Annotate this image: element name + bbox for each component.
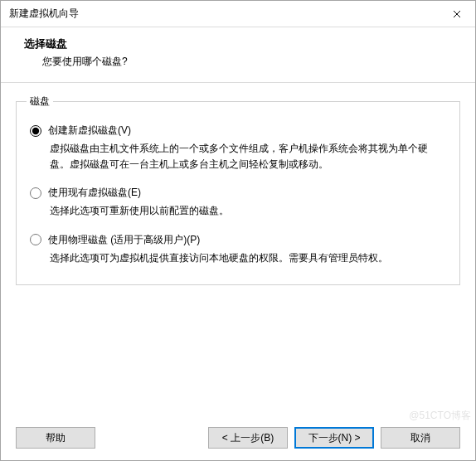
option-row[interactable]: 使用物理磁盘 (适用于高级用户)(P) [30, 233, 446, 247]
option-use-existing-disk: 使用现有虚拟磁盘(E) 选择此选项可重新使用以前配置的磁盘。 [30, 186, 446, 219]
close-icon [453, 10, 461, 18]
radio-use-existing-disk[interactable] [30, 187, 41, 199]
option-label: 使用现有虚拟磁盘(E) [48, 186, 141, 200]
next-button[interactable]: 下一步(N) > [294, 427, 374, 449]
option-description: 选择此选项可为虚拟机提供直接访问本地硬盘的权限。需要具有管理员特权。 [30, 250, 446, 266]
option-row[interactable]: 创建新虚拟磁盘(V) [30, 124, 446, 138]
option-label: 使用物理磁盘 (适用于高级用户)(P) [48, 233, 200, 247]
option-row[interactable]: 使用现有虚拟磁盘(E) [30, 186, 446, 200]
cancel-button[interactable]: 取消 [381, 427, 460, 449]
option-label: 创建新虚拟磁盘(V) [48, 124, 131, 138]
radio-create-new-disk[interactable] [30, 125, 41, 137]
group-legend: 磁盘 [27, 95, 53, 109]
option-description: 选择此选项可重新使用以前配置的磁盘。 [30, 203, 446, 219]
window-title: 新建虚拟机向导 [9, 7, 79, 21]
footer: 帮助 < 上一步(B) 下一步(N) > 取消 [1, 419, 475, 460]
wizard-header: 选择磁盘 您要使用哪个磁盘? [1, 27, 475, 83]
page-title: 选择磁盘 [24, 37, 459, 51]
disk-group: 磁盘 创建新虚拟磁盘(V) 虚拟磁盘由主机文件系统上的一个或多个文件组成，客户机… [16, 95, 460, 285]
back-button[interactable]: < 上一步(B) [208, 427, 288, 449]
page-subtitle: 您要使用哪个磁盘? [24, 55, 459, 69]
content-area: 磁盘 创建新虚拟磁盘(V) 虚拟磁盘由主机文件系统上的一个或多个文件组成，客户机… [1, 83, 475, 419]
radio-use-physical-disk[interactable] [30, 234, 41, 245]
titlebar: 新建虚拟机向导 [1, 1, 475, 27]
option-use-physical-disk: 使用物理磁盘 (适用于高级用户)(P) 选择此选项可为虚拟机提供直接访问本地硬盘… [30, 233, 446, 266]
close-button[interactable] [438, 1, 475, 27]
option-description: 虚拟磁盘由主机文件系统上的一个或多个文件组成，客户机操作系统会将其视为单个硬盘。… [30, 141, 446, 172]
option-create-new-disk: 创建新虚拟磁盘(V) 虚拟磁盘由主机文件系统上的一个或多个文件组成，客户机操作系… [30, 124, 446, 172]
help-button[interactable]: 帮助 [16, 427, 95, 449]
